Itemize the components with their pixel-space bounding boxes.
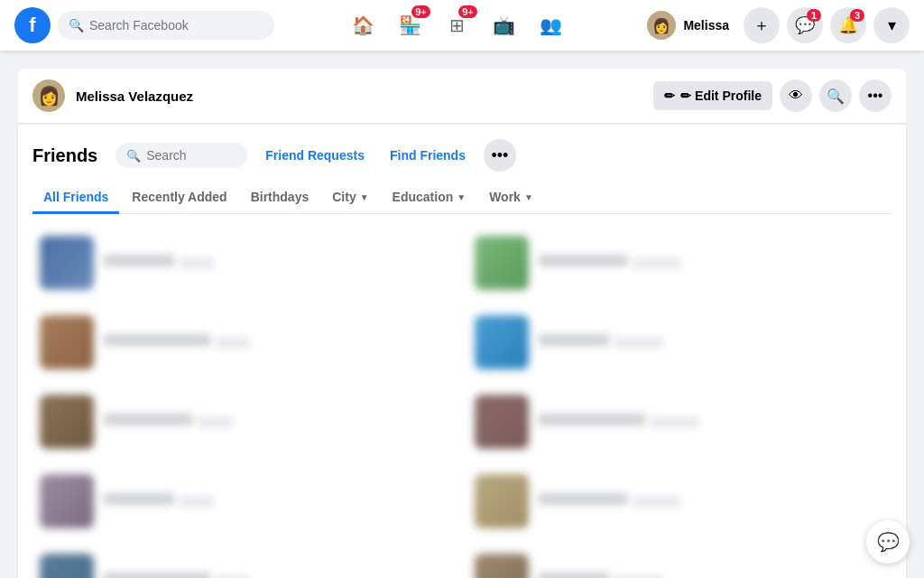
friend-requests-link[interactable]: Friend Requests: [258, 143, 372, 168]
friend-avatar: [475, 236, 529, 290]
user-name: Melissa: [683, 18, 729, 33]
friend-action: [614, 338, 663, 348]
profile-actions: ✏ ✏ Edit Profile 👁 🔍 •••: [653, 79, 892, 112]
friend-action: [632, 258, 681, 268]
profile-eye-button[interactable]: 👁: [780, 79, 812, 112]
notifications-badge: 3: [850, 9, 864, 22]
tab-work[interactable]: Work ▼: [478, 182, 544, 214]
friend-avatar: [40, 395, 94, 449]
search-profile-icon: 🔍: [827, 88, 845, 105]
add-button[interactable]: ＋: [744, 7, 780, 43]
friend-action: [632, 497, 681, 507]
home-icon: 🏠: [352, 14, 374, 36]
friend-card-6[interactable]: [467, 387, 892, 456]
tab-city[interactable]: City ▼: [321, 182, 379, 214]
user-avatar: 👩: [647, 11, 676, 40]
marketplace-nav-button[interactable]: 🏪 9+: [389, 4, 432, 47]
tab-recently-added[interactable]: Recently Added: [121, 182, 237, 214]
tab-education[interactable]: Education ▼: [382, 182, 477, 214]
friend-name: [538, 493, 628, 505]
search-icon: 🔍: [69, 18, 84, 33]
user-menu[interactable]: 👩 Melissa: [640, 7, 736, 43]
groups-nav-button[interactable]: ⊞ 9+: [436, 4, 479, 47]
eye-icon: 👁: [789, 88, 803, 104]
find-friends-link[interactable]: Find Friends: [383, 143, 473, 168]
friend-name: [103, 573, 211, 578]
friend-info: [103, 493, 449, 509]
friends-more-icon: •••: [492, 146, 509, 165]
friend-card-7[interactable]: [32, 467, 457, 536]
content-area: 👩 Melissa Velazquez ✏ ✏ Edit Profile 👁 🔍…: [0, 51, 924, 578]
friend-name: [103, 334, 211, 346]
profile-nav-icon: 👥: [540, 14, 562, 36]
friend-info: [103, 414, 449, 430]
friend-name: [538, 255, 628, 266]
friend-card-9[interactable]: [32, 546, 457, 578]
friend-card-5[interactable]: [32, 387, 457, 456]
friend-avatar: [40, 474, 94, 528]
friend-name: [538, 414, 646, 425]
friend-action: [179, 258, 215, 268]
notifications-button[interactable]: 🔔 3: [830, 7, 866, 43]
watch-nav-button[interactable]: 📺: [483, 4, 526, 47]
friend-avatar: [475, 315, 529, 369]
watch-icon: 📺: [493, 14, 515, 36]
profile-search-button[interactable]: 🔍: [819, 79, 852, 112]
friend-card-10[interactable]: [467, 546, 892, 578]
nav-center-icons: 🏠 🏪 9+ ⊞ 9+ 📺 👥: [282, 4, 633, 47]
friend-card-3[interactable]: [32, 308, 457, 377]
chat-icon: 💬: [877, 531, 900, 553]
friend-info: [103, 334, 449, 350]
search-input[interactable]: [89, 18, 252, 33]
friend-avatar: [40, 236, 94, 290]
chat-button[interactable]: 💬: [866, 520, 910, 564]
search-bar[interactable]: 🔍: [58, 11, 274, 40]
top-navigation: f 🔍 🏠 🏪 9+ ⊞ 9+ 📺 👥 👩 Melissa ＋: [0, 0, 924, 51]
friends-panel: Friends 🔍 Friend Requests Find Friends •…: [18, 125, 906, 578]
friend-action: [215, 338, 251, 348]
edit-icon: ✏: [664, 89, 675, 103]
friends-more-button[interactable]: •••: [484, 139, 516, 172]
profile-avatar: 👩: [32, 79, 65, 112]
friends-tabs: All Friends Recently Added Birthdays Cit…: [32, 182, 892, 214]
facebook-logo[interactable]: f: [14, 7, 51, 43]
friend-name: [103, 493, 175, 505]
more-icon: •••: [868, 88, 883, 104]
friend-action: [650, 417, 699, 427]
marketplace-badge: 9+: [411, 5, 430, 18]
friend-card-8[interactable]: [467, 467, 892, 536]
main-content: 👩 Melissa Velazquez ✏ ✏ Edit Profile 👁 🔍…: [0, 0, 924, 578]
friend-name: [538, 334, 610, 346]
friend-card-2[interactable]: [467, 228, 892, 297]
friend-avatar: [475, 554, 529, 578]
friends-search-icon: 🔍: [126, 149, 141, 163]
tab-birthdays[interactable]: Birthdays: [240, 182, 320, 214]
friend-info: [538, 414, 884, 430]
education-chevron-icon: ▼: [457, 192, 466, 202]
friend-name: [103, 414, 193, 425]
friend-info: [538, 334, 884, 350]
groups-badge: 9+: [458, 5, 477, 18]
friend-avatar: [475, 474, 529, 528]
tab-all-friends[interactable]: All Friends: [32, 182, 119, 214]
friend-info: [538, 493, 884, 509]
friend-card-4[interactable]: [467, 308, 892, 377]
friends-search-bar[interactable]: 🔍: [116, 143, 247, 168]
work-chevron-icon: ▼: [524, 192, 533, 202]
friend-card-1[interactable]: [32, 228, 457, 297]
friend-info: [538, 255, 884, 271]
edit-profile-button[interactable]: ✏ ✏ Edit Profile: [653, 81, 772, 110]
friend-name: [538, 573, 610, 578]
messenger-button[interactable]: 💬 1: [787, 7, 823, 43]
messenger-badge: 1: [807, 9, 821, 22]
friend-name: [103, 255, 175, 266]
profile-nav-button[interactable]: 👥: [530, 4, 573, 47]
profile-more-button[interactable]: •••: [859, 79, 892, 112]
friends-search-input[interactable]: [146, 148, 236, 163]
home-nav-button[interactable]: 🏠: [342, 4, 385, 47]
city-chevron-icon: ▼: [360, 192, 369, 202]
nav-right-section: 👩 Melissa ＋ 💬 1 🔔 3 ▾: [640, 7, 910, 43]
menu-button[interactable]: ▾: [873, 7, 910, 43]
friends-title: Friends: [32, 145, 97, 166]
friends-grid: [32, 228, 892, 578]
